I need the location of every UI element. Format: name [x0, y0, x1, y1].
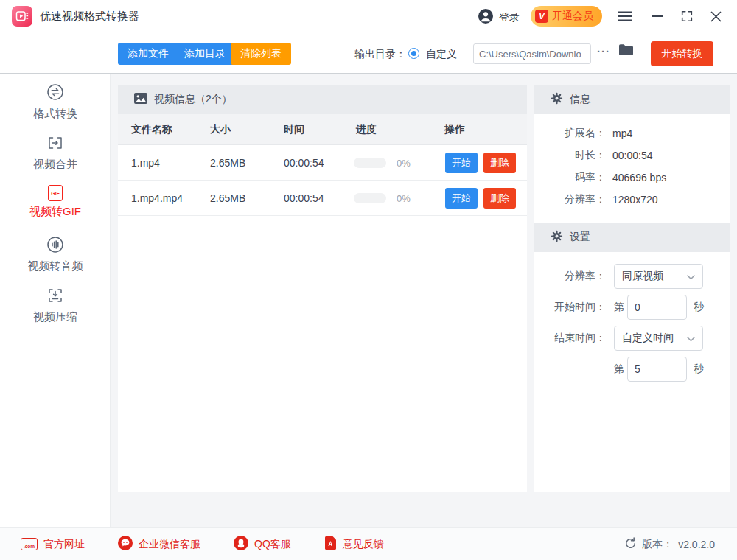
website-icon: .com	[21, 538, 38, 550]
info-field-bitrate: 码率： 406696 bps	[534, 167, 730, 189]
column-size: 大小	[210, 123, 231, 136]
delete-button[interactable]: 删除	[483, 153, 516, 173]
sidebar-item-video-to-audio[interactable]: 视频转音频	[0, 236, 111, 281]
resolution-label: 分辨率：	[534, 270, 606, 283]
start-time-input[interactable]	[627, 295, 687, 320]
maximize-button[interactable]	[680, 9, 694, 24]
column-name: 文件名称	[131, 123, 172, 136]
browse-more-button[interactable]: ···	[597, 45, 610, 57]
official-website-link[interactable]: .com 官方网址	[21, 538, 85, 551]
app-logo-icon	[12, 6, 32, 27]
vip-label: 开通会员	[552, 10, 593, 23]
qq-icon	[234, 536, 248, 553]
ordinal-label: 第	[614, 363, 624, 376]
gear-icon	[551, 230, 563, 245]
version-info: 版本： v2.0.2.0	[624, 528, 715, 560]
format-convert-icon	[46, 83, 64, 103]
gear-icon	[551, 92, 563, 107]
chevron-down-icon	[687, 332, 695, 344]
seconds-label: 秒	[694, 301, 704, 314]
setting-row-end-seconds: 第 秒	[534, 357, 730, 382]
setting-row-resolution: 分辨率： 同原视频	[534, 264, 730, 289]
column-actions: 操作	[444, 123, 465, 136]
sidebar-item-label: 格式转换	[33, 107, 77, 121]
clear-list-button[interactable]: 清除列表	[231, 43, 291, 65]
table-row: 1.mp4 2.65MB 00:00:54 0% 开始 删除	[118, 145, 527, 181]
output-dir-label: 输出目录：	[354, 48, 406, 61]
file-panel-title: 视频信息（2个）	[154, 93, 232, 106]
file-time: 00:00:54	[284, 157, 324, 169]
sidebar-item-label: 视频合并	[33, 158, 77, 172]
footer: .com 官方网址 企业微信客服	[0, 527, 737, 560]
settings-section-title: 设置	[570, 231, 590, 244]
refresh-icon[interactable]	[624, 537, 637, 552]
setting-row-start-time: 开始时间： 第 秒	[534, 295, 730, 320]
sidebar-item-video-merge[interactable]: 视频合并	[0, 134, 111, 180]
file-size: 2.65MB	[210, 157, 245, 169]
toolbar: 添加文件 添加目录 清除列表 输出目录： 自定义 ··· 开始转换	[0, 33, 737, 74]
file-size: 2.65MB	[210, 192, 245, 204]
info-section-title: 信息	[570, 93, 590, 106]
login-button[interactable]: 登录	[478, 8, 520, 27]
table-header-row: 文件名称 大小 时间 进度 操作	[118, 114, 527, 145]
add-file-button[interactable]: 添加文件	[118, 43, 178, 65]
delete-button[interactable]: 删除	[483, 188, 516, 209]
titlebar: 优速视频格式转换器 登录 V 开通会员	[0, 0, 737, 32]
custom-option-label: 自定义	[426, 48, 457, 61]
file-name: 1.mp4.mp4	[131, 192, 183, 204]
details-panel: 信息 扩展名： mp4 时长： 00:00:54 码率： 406696 bps …	[534, 85, 730, 492]
file-name: 1.mp4	[131, 157, 160, 169]
sidebar-item-label: 视频压缩	[33, 310, 77, 324]
wechat-support-link[interactable]: 企业微信客服	[118, 536, 200, 553]
chevron-down-icon	[687, 270, 695, 282]
qq-support-link[interactable]: QQ客服	[234, 536, 291, 553]
version-label: 版本：	[642, 538, 673, 551]
wechat-icon	[118, 536, 133, 553]
end-time-select[interactable]: 自定义时间	[614, 326, 703, 351]
video-compress-icon	[46, 287, 64, 307]
end-time-label: 结束时间：	[534, 332, 606, 345]
menu-button[interactable]	[618, 9, 632, 24]
info-field-duration: 时长： 00:00:54	[534, 144, 730, 167]
sidebar-item-format-convert[interactable]: 格式转换	[0, 83, 111, 129]
user-icon	[478, 8, 494, 27]
resolution-select[interactable]: 同原视频	[614, 264, 703, 289]
seconds-label: 秒	[694, 363, 704, 376]
app-title: 优速视频格式转换器	[40, 10, 139, 24]
close-button[interactable]	[708, 9, 723, 24]
progress-percent: 0%	[397, 157, 411, 168]
custom-radio[interactable]	[408, 48, 419, 59]
sidebar: 格式转换 视频合并 GIF 视频转GIF 视	[0, 74, 111, 527]
end-time-input[interactable]	[627, 357, 687, 382]
settings-section-header: 设置	[534, 223, 730, 252]
app-window: 优速视频格式转换器 登录 V 开通会员	[0, 0, 737, 560]
info-section-header: 信息	[534, 85, 730, 114]
feedback-icon	[324, 536, 337, 553]
start-button[interactable]: 开始	[445, 153, 478, 173]
minimize-button[interactable]	[650, 9, 665, 24]
file-panel-header: 视频信息（2个）	[118, 85, 527, 114]
version-value: v2.0.2.0	[678, 539, 715, 550]
file-list-panel: 视频信息（2个） 文件名称 大小 时间 进度 操作 1.mp4 2.65MB 0…	[118, 85, 527, 492]
folder-icon[interactable]	[618, 43, 634, 58]
sidebar-item-video-compress[interactable]: 视频压缩	[0, 287, 111, 332]
open-vip-button[interactable]: V 开通会员	[531, 6, 602, 27]
info-field-extension: 扩展名： mp4	[534, 122, 730, 144]
feedback-link[interactable]: 意见反馈	[324, 536, 384, 553]
start-time-label: 开始时间：	[534, 301, 606, 314]
output-path-input[interactable]	[473, 43, 591, 64]
gif-file-icon: GIF	[48, 185, 63, 201]
video-to-audio-icon	[46, 236, 64, 256]
sidebar-item-label: 视频转GIF	[29, 205, 81, 219]
sidebar-item-video-to-gif[interactable]: GIF 视频转GIF	[0, 185, 111, 231]
table-row: 1.mp4.mp4 2.65MB 00:00:54 0% 开始 删除	[118, 181, 527, 216]
file-time: 00:00:54	[284, 192, 324, 204]
progress-bar	[354, 193, 386, 203]
info-field-resolution: 分辨率： 1280x720	[534, 189, 730, 211]
start-button[interactable]: 开始	[445, 188, 478, 209]
start-convert-button[interactable]: 开始转换	[651, 41, 713, 66]
add-folder-button[interactable]: 添加目录	[175, 43, 235, 65]
sidebar-item-label: 视频转音频	[28, 259, 83, 273]
ordinal-label: 第	[614, 301, 624, 314]
setting-row-end-time: 结束时间： 自定义时间	[534, 326, 730, 351]
